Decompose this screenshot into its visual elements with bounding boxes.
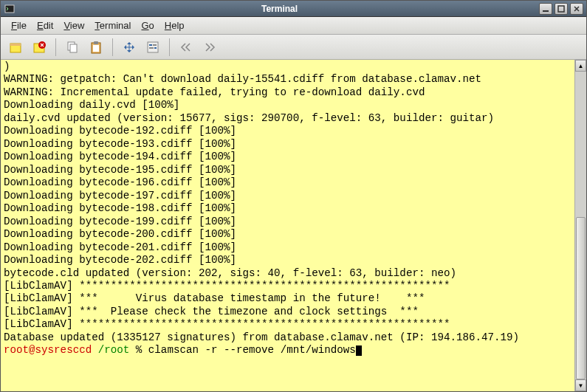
menubar: File Edit View Terminal Go Help bbox=[1, 17, 586, 35]
new-tab-button[interactable] bbox=[5, 37, 26, 58]
terminal-output[interactable]: ) WARNING: getpatch: Can't download dail… bbox=[1, 60, 574, 391]
menu-edit[interactable]: Edit bbox=[32, 18, 58, 32]
preferences-button[interactable] bbox=[143, 37, 163, 58]
prev-tab-button[interactable] bbox=[176, 37, 196, 58]
fullscreen-button[interactable] bbox=[119, 37, 140, 58]
svg-rect-10 bbox=[94, 41, 98, 44]
svg-rect-1 bbox=[543, 10, 549, 12]
svg-rect-16 bbox=[154, 47, 157, 49]
scroll-up-button[interactable]: ▲ bbox=[575, 60, 586, 72]
svg-rect-0 bbox=[5, 5, 14, 13]
copy-button[interactable] bbox=[62, 37, 83, 58]
window-controls bbox=[539, 3, 583, 15]
menu-go[interactable]: Go bbox=[137, 18, 158, 32]
svg-rect-4 bbox=[10, 44, 21, 46]
menu-file[interactable]: File bbox=[7, 18, 31, 32]
svg-rect-13 bbox=[149, 44, 152, 46]
svg-rect-14 bbox=[153, 44, 157, 46]
maximize-button[interactable] bbox=[555, 3, 568, 15]
titlebar[interactable]: Terminal bbox=[1, 1, 586, 17]
scroll-down-button[interactable]: ▼ bbox=[575, 379, 586, 391]
scrollbar[interactable]: ▲ ▼ bbox=[574, 60, 586, 391]
close-button[interactable] bbox=[570, 3, 583, 15]
toolbar-separator bbox=[169, 38, 170, 56]
scrollbar-track[interactable] bbox=[575, 72, 586, 379]
toolbar-separator bbox=[112, 38, 113, 56]
menu-terminal[interactable]: Terminal bbox=[90, 18, 135, 32]
terminal-window: Terminal File Edit View Terminal Go Help bbox=[0, 0, 587, 392]
next-tab-button[interactable] bbox=[199, 37, 220, 58]
menu-help[interactable]: Help bbox=[160, 18, 189, 32]
terminal-app-icon bbox=[4, 3, 16, 15]
scrollbar-thumb[interactable] bbox=[576, 217, 586, 379]
svg-rect-15 bbox=[149, 47, 154, 49]
svg-rect-8 bbox=[70, 44, 77, 52]
terminal-cursor bbox=[356, 345, 362, 356]
toolbar-separator bbox=[55, 38, 56, 56]
terminal-area: ) WARNING: getpatch: Can't download dail… bbox=[1, 60, 586, 391]
toolbar bbox=[1, 35, 586, 60]
paste-button[interactable] bbox=[86, 37, 106, 58]
window-title: Terminal bbox=[20, 4, 539, 14]
svg-rect-2 bbox=[558, 6, 564, 12]
close-tab-button[interactable] bbox=[29, 37, 49, 58]
minimize-button[interactable] bbox=[539, 3, 552, 15]
menu-view[interactable]: View bbox=[59, 18, 89, 32]
svg-rect-11 bbox=[93, 45, 99, 52]
